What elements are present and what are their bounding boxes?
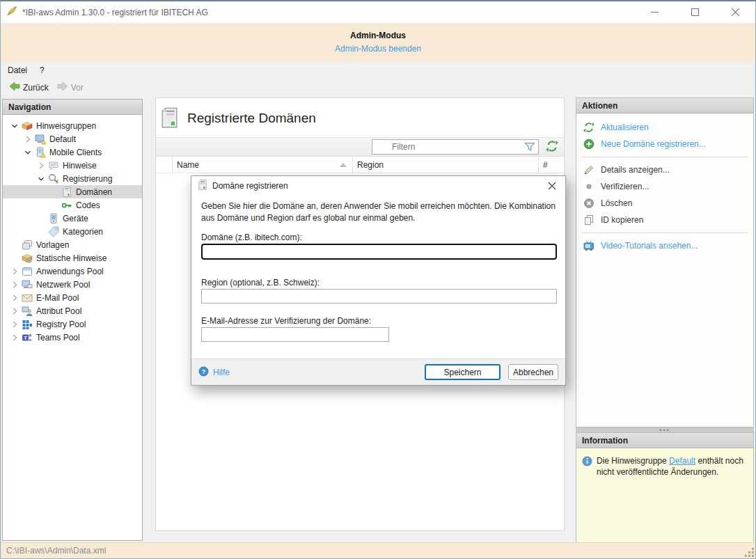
help-link[interactable]: ? Hilfe bbox=[198, 366, 230, 379]
maximize-button[interactable] bbox=[675, 1, 715, 23]
tree-item-hinweisgruppen[interactable]: Hinweisgruppen bbox=[3, 119, 142, 132]
navigation-panel: Navigation Hinweisgruppen Default Mobile… bbox=[2, 99, 143, 541]
chevron-none bbox=[48, 187, 61, 198]
chevron-right-icon[interactable] bbox=[22, 134, 34, 145]
info-message: Die Hinweisgruppe Default enthält noch n… bbox=[597, 455, 748, 478]
close-button[interactable] bbox=[715, 1, 755, 23]
tree-item-domaenen[interactable]: Domänen bbox=[3, 185, 142, 198]
page-title: Registrierte Domänen bbox=[187, 111, 316, 126]
tree-item-default[interactable]: Default bbox=[3, 132, 142, 145]
tree-item-hinweise[interactable]: Hinweise bbox=[3, 159, 142, 172]
verify-dot-icon bbox=[583, 181, 594, 192]
tree-item-geraete[interactable]: Geräte bbox=[3, 212, 142, 225]
tree-item-vorlagen[interactable]: Vorlagen bbox=[3, 238, 142, 251]
filter-funnel-icon bbox=[524, 141, 535, 155]
domain-field-label: Domäne (z.B. ibitech.com): bbox=[201, 233, 302, 242]
chevron-right-icon[interactable] bbox=[8, 319, 21, 330]
column-spacer bbox=[156, 157, 173, 173]
refresh-icon[interactable] bbox=[546, 140, 558, 155]
action-loeschen[interactable]: Löschen bbox=[576, 195, 753, 212]
server-icon bbox=[61, 187, 72, 198]
tree-item-registrierung[interactable]: Registrierung bbox=[3, 172, 142, 185]
action-verifizieren[interactable]: Verifizieren... bbox=[576, 178, 753, 195]
chevron-down-icon[interactable] bbox=[22, 147, 34, 158]
device-icon bbox=[47, 213, 59, 224]
action-aktualisieren[interactable]: Aktualisieren bbox=[576, 119, 753, 136]
column-header-region[interactable]: Region bbox=[353, 157, 539, 173]
title-bar: *IBI-aws Admin 1.30.0 - registriert für … bbox=[1, 1, 755, 23]
menu-help[interactable]: ? bbox=[34, 63, 50, 77]
back-label: Zurück bbox=[23, 83, 49, 93]
mail-icon bbox=[21, 292, 33, 304]
information-panel: Information Die Hinweisgruppe Default en… bbox=[576, 432, 754, 543]
chevron-right-icon[interactable] bbox=[8, 332, 21, 343]
tree-item-codes[interactable]: Codes bbox=[3, 198, 142, 212]
menu-bar: Datei ? bbox=[1, 62, 755, 78]
admin-mode-banner: Admin-Modus Admin-Modus beenden bbox=[1, 23, 755, 62]
chevron-none bbox=[8, 239, 21, 251]
tree-item-statische-hinweise[interactable]: Statische Hinweise bbox=[3, 251, 142, 265]
actions-panel: Aktionen Aktualisieren Neue Domäne regis… bbox=[576, 97, 754, 427]
key-ring-icon bbox=[47, 173, 59, 184]
action-details-anzeigen[interactable]: Details anzeigen... bbox=[576, 162, 753, 178]
status-bar: C:\IBI-aws\Admin\Data.xml bbox=[1, 542, 755, 558]
mobile-warning-icon bbox=[34, 147, 46, 158]
domains-page-icon bbox=[162, 107, 178, 130]
email-input[interactable] bbox=[201, 327, 389, 342]
column-header-count[interactable]: # bbox=[539, 157, 564, 173]
tree-item-anwendungs-pool[interactable]: Anwendungs Pool bbox=[3, 265, 142, 278]
chevron-right-icon[interactable] bbox=[8, 292, 21, 304]
chevron-right-icon[interactable] bbox=[8, 279, 21, 290]
domain-input[interactable] bbox=[201, 244, 557, 260]
email-field-label: E-Mail-Adresse zur Verifizierung der Dom… bbox=[201, 316, 371, 326]
svg-text:T: T bbox=[24, 334, 27, 340]
window-title: *IBI-aws Admin 1.30.0 - registriert für … bbox=[22, 8, 208, 17]
actions-header: Aktionen bbox=[576, 98, 753, 113]
resize-grip-icon[interactable] bbox=[745, 548, 754, 557]
registry-grid-icon bbox=[21, 319, 33, 330]
chevron-none bbox=[35, 213, 47, 224]
box-gear-icon bbox=[21, 253, 33, 264]
back-button[interactable]: Zurück bbox=[5, 79, 53, 96]
pencil-icon bbox=[583, 164, 594, 175]
filter-input[interactable] bbox=[372, 139, 539, 155]
tree-item-mobile-clients[interactable]: Mobile Clients bbox=[3, 145, 142, 159]
user-computer-icon bbox=[21, 306, 33, 317]
chevron-down-icon[interactable] bbox=[35, 173, 47, 184]
column-header-name[interactable]: Name bbox=[173, 157, 353, 173]
tree-item-registry-pool[interactable]: Registry Pool bbox=[3, 317, 142, 331]
filter-bar bbox=[156, 137, 564, 157]
action-neue-domaene[interactable]: Neue Domäne registrieren... bbox=[576, 136, 753, 152]
action-id-kopieren[interactable]: ID kopieren bbox=[576, 212, 753, 228]
teams-icon: T bbox=[21, 332, 33, 343]
chevron-right-icon[interactable] bbox=[8, 306, 21, 317]
tree-item-kategorien[interactable]: Kategorien bbox=[3, 225, 142, 238]
chevron-down-icon[interactable] bbox=[8, 120, 21, 132]
delete-icon bbox=[583, 198, 594, 209]
chevron-right-icon[interactable] bbox=[8, 266, 21, 277]
forward-button[interactable]: Vor bbox=[53, 79, 88, 96]
notice-groups-icon bbox=[21, 120, 33, 132]
dialog-close-icon[interactable] bbox=[544, 180, 560, 192]
save-button[interactable]: Speichern bbox=[425, 364, 501, 380]
panel-splitter[interactable]: ••• bbox=[576, 427, 754, 432]
chevron-none bbox=[35, 226, 47, 237]
refresh-icon bbox=[583, 122, 594, 133]
tree-item-attribut-pool[interactable]: Attribut Pool bbox=[3, 304, 142, 317]
tree-item-teams-pool[interactable]: T Teams Pool bbox=[3, 331, 142, 344]
region-input[interactable] bbox=[201, 289, 557, 304]
chevron-right-icon[interactable] bbox=[35, 160, 47, 171]
tree-item-email-pool[interactable]: E-Mail Pool bbox=[3, 291, 142, 304]
back-arrow-icon bbox=[9, 81, 20, 94]
tag-icon bbox=[47, 226, 59, 237]
admin-mode-exit-link[interactable]: Admin-Modus beenden bbox=[1, 44, 755, 54]
minimize-button[interactable] bbox=[634, 1, 675, 23]
tree-item-netzwerk-pool[interactable]: Netzwerk Pool bbox=[3, 278, 142, 291]
info-default-link[interactable]: Default bbox=[669, 456, 695, 466]
add-icon bbox=[583, 139, 594, 150]
network-icon bbox=[21, 279, 33, 290]
menu-datei[interactable]: Datei bbox=[1, 63, 34, 77]
action-video-tutorials[interactable]: Video-Tutorials ansehen... bbox=[576, 237, 753, 254]
cancel-button[interactable]: Abbrechen bbox=[508, 364, 558, 380]
info-icon bbox=[582, 455, 592, 478]
